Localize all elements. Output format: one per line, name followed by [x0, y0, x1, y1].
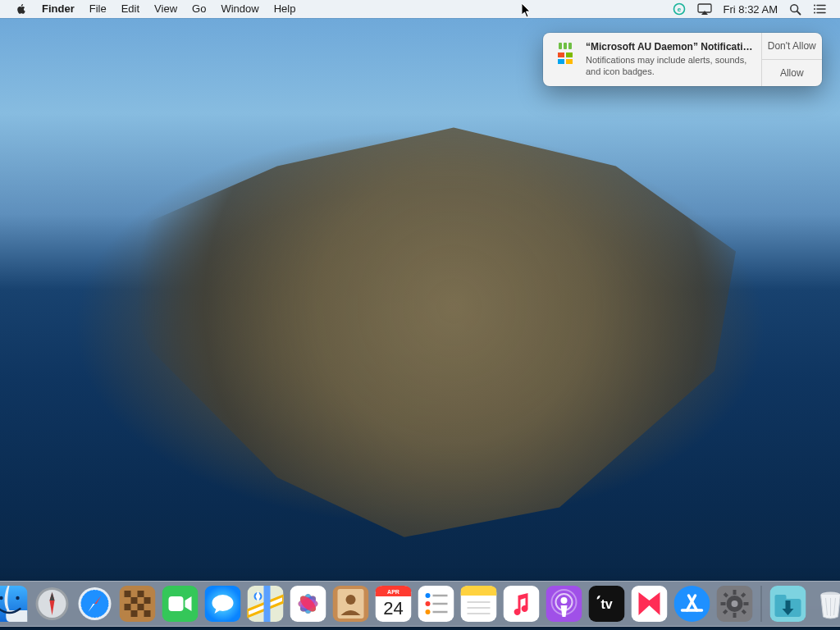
- svg-text:APR: APR: [387, 589, 399, 595]
- dock-app-music[interactable]: [504, 586, 540, 622]
- menu-go[interactable]: Go: [185, 0, 213, 18]
- svg-point-102: [732, 600, 738, 607]
- dock-app-launchpad[interactable]: [34, 586, 71, 622]
- svg-rect-12: [559, 43, 562, 49]
- svg-rect-41: [169, 596, 184, 611]
- svg-rect-94: [733, 590, 737, 595]
- svg-rect-106: [786, 600, 791, 609]
- dock-app-notes[interactable]: [461, 586, 497, 622]
- svg-text:tv: tv: [600, 597, 612, 611]
- svg-rect-97: [744, 602, 749, 605]
- svg-rect-105: [775, 595, 787, 601]
- menu-edit[interactable]: Edit: [114, 0, 147, 18]
- svg-rect-33: [138, 591, 144, 597]
- svg-rect-36: [125, 604, 131, 610]
- dock-app-appstore[interactable]: [674, 586, 710, 622]
- svg-rect-96: [721, 602, 726, 605]
- svg-point-8: [814, 8, 815, 10]
- dock-app-news[interactable]: [632, 586, 668, 622]
- desktop[interactable]: Finder File Edit View Go Window Help e F…: [0, 0, 840, 630]
- svg-rect-79: [504, 586, 540, 622]
- svg-rect-39: [144, 610, 151, 617]
- dock-downloads[interactable]: [770, 586, 806, 622]
- dock-app-finder[interactable]: [0, 586, 28, 622]
- svg-rect-14: [568, 43, 572, 49]
- svg-rect-17: [558, 59, 564, 64]
- svg-point-67: [426, 593, 431, 598]
- notification-center-icon[interactable]: [807, 0, 832, 18]
- app-menu[interactable]: Finder: [34, 0, 82, 18]
- apple-logo-icon: [16, 3, 27, 15]
- notification-dont-allow-button[interactable]: Don't Allow: [762, 33, 822, 59]
- notification-banner: “Microsoft AU Daemon” Notificati… Notifi…: [543, 33, 822, 86]
- menu-view[interactable]: View: [147, 0, 185, 18]
- svg-rect-13: [564, 43, 567, 49]
- dock-app-photos[interactable]: [290, 586, 326, 622]
- dock-app-safari[interactable]: [77, 586, 113, 622]
- svg-text:e: e: [677, 6, 681, 13]
- svg-rect-34: [131, 597, 138, 604]
- menu-bar: Finder File Edit View Go Window Help e F…: [0, 0, 840, 18]
- dock-app-contacts[interactable]: [333, 586, 369, 622]
- svg-point-10: [814, 12, 815, 14]
- notification-title: “Microsoft AU Daemon” Notificati…: [586, 41, 753, 52]
- dock: APR24 tv: [0, 581, 840, 627]
- dock-app-messages[interactable]: [205, 586, 241, 622]
- svg-rect-32: [125, 591, 131, 597]
- svg-point-44: [212, 595, 234, 611]
- svg-rect-18: [566, 59, 573, 64]
- airplay-icon[interactable]: [692, 0, 718, 18]
- svg-rect-16: [566, 52, 573, 57]
- dock-separator: [761, 586, 762, 622]
- svg-rect-15: [558, 52, 564, 57]
- wallpaper-island: [66, 115, 771, 541]
- svg-text:24: 24: [383, 598, 403, 619]
- svg-rect-75: [461, 592, 497, 596]
- svg-point-21: [16, 596, 19, 600]
- svg-rect-38: [131, 610, 138, 617]
- menu-clock[interactable]: Fri 8:32 AM: [718, 0, 783, 18]
- svg-line-5: [797, 11, 801, 14]
- menu-file[interactable]: File: [82, 0, 114, 18]
- svg-rect-95: [733, 613, 737, 618]
- svg-point-71: [426, 609, 431, 614]
- eset-status-icon[interactable]: e: [667, 0, 692, 18]
- menu-window[interactable]: Window: [213, 0, 266, 18]
- svg-rect-37: [138, 604, 144, 610]
- dock-app-maps[interactable]: [248, 586, 284, 622]
- dock-app-calendar[interactable]: APR24: [376, 586, 412, 622]
- svg-rect-35: [144, 597, 151, 604]
- spotlight-icon[interactable]: [783, 0, 807, 18]
- dock-app-podcasts[interactable]: [546, 586, 582, 622]
- notification-allow-button[interactable]: Allow: [762, 59, 822, 86]
- dock-app-tv[interactable]: tv: [589, 586, 625, 622]
- svg-point-6: [814, 5, 815, 7]
- dock-app-preferences[interactable]: [717, 586, 753, 622]
- dock-app-reminders[interactable]: [418, 586, 454, 622]
- apple-menu[interactable]: [8, 0, 34, 18]
- notification-app-icon: [553, 41, 578, 66]
- svg-point-69: [426, 601, 431, 606]
- mouse-cursor-icon: [522, 3, 532, 18]
- dock-app-chess[interactable]: [120, 586, 156, 622]
- svg-point-60: [346, 595, 356, 605]
- dock-app-facetime[interactable]: [162, 586, 199, 622]
- menu-help[interactable]: Help: [267, 0, 304, 18]
- notification-body: Notifications may include alerts, sounds…: [586, 54, 753, 78]
- dock-trash[interactable]: [813, 586, 841, 622]
- svg-point-81: [561, 597, 568, 604]
